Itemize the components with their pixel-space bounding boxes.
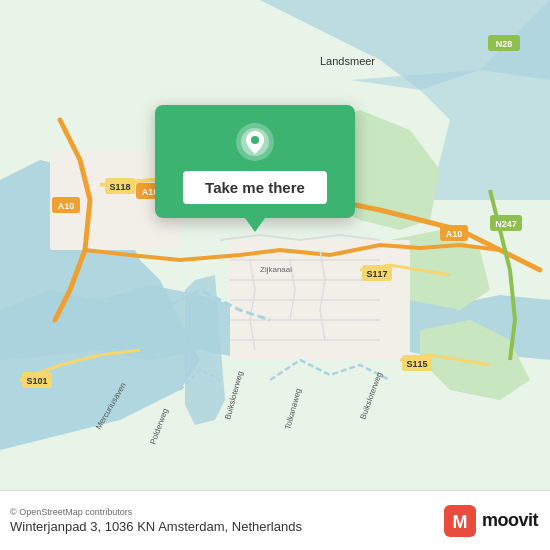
svg-text:Landsmeer: Landsmeer xyxy=(320,55,375,67)
map-svg: Landsmeer A10 A10 A10 S118 S118 S101 S11… xyxy=(0,0,550,490)
take-me-there-button[interactable]: Take me there xyxy=(183,171,327,204)
bottom-left: © OpenStreetMap contributors Winterjanpa… xyxy=(10,507,302,534)
svg-text:Zijkanaal: Zijkanaal xyxy=(260,265,292,274)
svg-text:N247: N247 xyxy=(495,219,517,229)
svg-text:S117: S117 xyxy=(366,269,387,279)
svg-text:S101: S101 xyxy=(26,376,47,386)
moovit-text: moovit xyxy=(482,510,538,531)
svg-text:S115: S115 xyxy=(406,359,427,369)
location-pin-icon xyxy=(236,123,274,161)
svg-text:A10: A10 xyxy=(58,201,75,211)
map-container: Landsmeer A10 A10 A10 S118 S118 S101 S11… xyxy=(0,0,550,490)
svg-text:M: M xyxy=(452,512,467,532)
svg-text:S118: S118 xyxy=(109,182,130,192)
moovit-brand-icon: M xyxy=(444,505,476,537)
bottom-bar: © OpenStreetMap contributors Winterjanpa… xyxy=(0,490,550,550)
moovit-logo[interactable]: M moovit xyxy=(444,505,538,537)
address-text: Winterjanpad 3, 1036 KN Amsterdam, Nethe… xyxy=(10,519,302,534)
svg-text:N28: N28 xyxy=(496,39,513,49)
osm-credit: © OpenStreetMap contributors xyxy=(10,507,302,517)
svg-text:A10: A10 xyxy=(446,229,463,239)
svg-point-32 xyxy=(251,136,259,144)
popup-card: Take me there xyxy=(155,105,355,218)
